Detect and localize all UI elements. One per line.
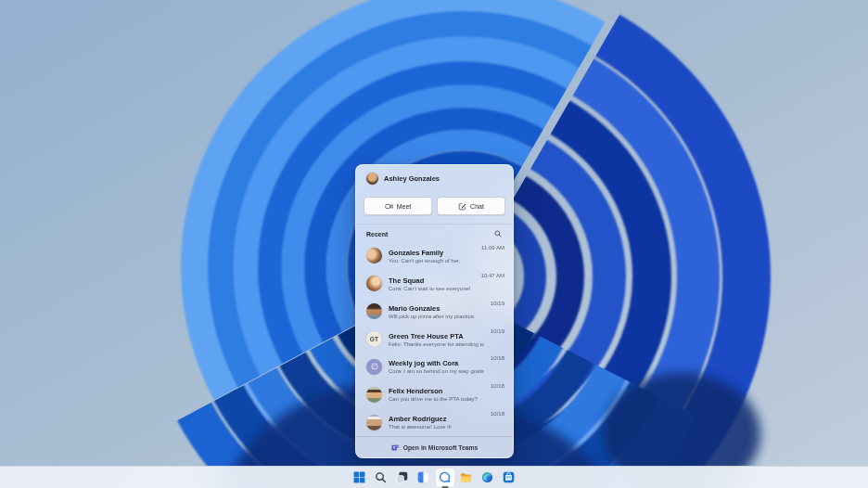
chat-button[interactable]: Chat — [437, 197, 505, 215]
conversation-preview: Will pick up pizza after my practice. — [389, 314, 484, 319]
conversation-time: 10/18 — [491, 380, 504, 389]
conversation-preview: Can you drive me to the PTA today? — [389, 396, 484, 402]
conversation-time: 10/18 — [491, 408, 504, 417]
conversation-row[interactable]: The Squad Cora: Can't wait to see everyo… — [356, 270, 513, 298]
conversation-avatar — [366, 387, 382, 403]
conversation-list: Gonzales Family You: Can't get enough of… — [356, 240, 513, 436]
chat-icon — [439, 471, 451, 483]
conversation-row[interactable]: GT Green Tree House PTA Felix: Thanks ev… — [356, 326, 513, 353]
edge-icon — [481, 471, 493, 483]
microsoft-teams-icon: T — [391, 443, 400, 452]
file-explorer-icon — [460, 471, 472, 483]
recent-label: Recent — [366, 231, 388, 238]
open-in-teams-button[interactable]: T Open in Microsoft Teams — [356, 436, 513, 457]
start-icon — [353, 471, 365, 483]
conversation-preview: Cora: I am so behind on my step goals. — [389, 368, 484, 374]
store-icon — [503, 471, 515, 483]
search-icon — [375, 471, 387, 483]
chat-button-label: Chat — [470, 203, 484, 210]
conversation-preview: Felix: Thanks everyone for attending tod… — [389, 341, 484, 347]
conversation-avatar — [366, 248, 382, 263]
conversation-time: 10/19 — [491, 326, 504, 334]
meet-button[interactable]: Meet — [364, 197, 432, 215]
conversation-avatar — [366, 415, 382, 430]
compose-icon — [458, 202, 466, 211]
widgets-icon — [417, 471, 429, 483]
taskbar-task-view-button[interactable] — [393, 469, 412, 487]
conversation-avatar — [366, 359, 382, 375]
conversation-row[interactable]: Felix Henderson Can you drive me to the … — [356, 380, 513, 408]
meet-button-label: Meet — [397, 203, 412, 210]
conversation-time: 10:47 AM — [481, 270, 504, 278]
conversation-row[interactable]: Gonzales Family You: Can't get enough of… — [356, 242, 513, 270]
taskbar-search-button[interactable] — [372, 469, 390, 487]
conversation-time: 10/18 — [491, 353, 504, 361]
conversation-name: Mario Gonzales — [389, 304, 484, 313]
conversation-row[interactable]: Mario Gonzales Will pick up pizza after … — [356, 298, 513, 326]
conversation-row[interactable]: Amber Rodriguez That is awesome! Love it… — [356, 408, 513, 436]
flyout-header: Ashley Gonzales — [356, 165, 513, 185]
taskbar-store-button[interactable] — [500, 469, 518, 487]
taskbar-chat-button[interactable] — [436, 469, 454, 487]
taskbar-edge-button[interactable] — [479, 469, 497, 487]
taskbar-start-button[interactable] — [351, 469, 369, 487]
open-in-teams-label: Open in Microsoft Teams — [403, 444, 479, 451]
conversation-avatar — [366, 303, 382, 319]
conversation-name: Felix Henderson — [389, 387, 484, 395]
taskbar-widgets-button[interactable] — [415, 469, 433, 487]
recent-header: Recent — [356, 225, 513, 240]
video-camera-icon — [385, 202, 393, 211]
conversation-name: Amber Rodriguez — [389, 415, 484, 423]
teams-chat-flyout: Ashley Gonzales Meet Chat Recent Gonzale… — [355, 164, 514, 458]
search-icon[interactable] — [493, 229, 503, 238]
conversation-avatar — [366, 276, 382, 291]
conversation-avatar: GT — [366, 331, 382, 347]
taskbar — [0, 466, 868, 488]
conversation-name: Green Tree House PTA — [389, 332, 484, 340]
conversation-preview: Cora: Can't wait to see everyone! — [389, 286, 475, 291]
svg-text:T: T — [392, 445, 395, 450]
conversation-name: Weekly jog with Cora — [389, 359, 484, 367]
conversation-preview: That is awesome! Love it! — [389, 424, 484, 430]
conversation-time: 11:09 AM — [481, 242, 504, 250]
user-name: Ashley Gonzales — [384, 174, 440, 183]
conversation-name: The Squad — [389, 276, 475, 285]
conversation-name: Gonzales Family — [389, 249, 475, 257]
action-buttons: Meet Chat — [356, 185, 513, 215]
conversation-time: 10/19 — [491, 298, 504, 306]
taskbar-file-explorer-button[interactable] — [457, 469, 476, 487]
user-avatar[interactable] — [366, 173, 378, 185]
activity-app-icon — [371, 363, 378, 370]
conversation-preview: You: Can't get enough of her. — [389, 258, 475, 263]
task-view-icon — [396, 471, 408, 483]
conversation-row[interactable]: Weekly jog with Cora Cora: I am so behin… — [356, 353, 513, 380]
